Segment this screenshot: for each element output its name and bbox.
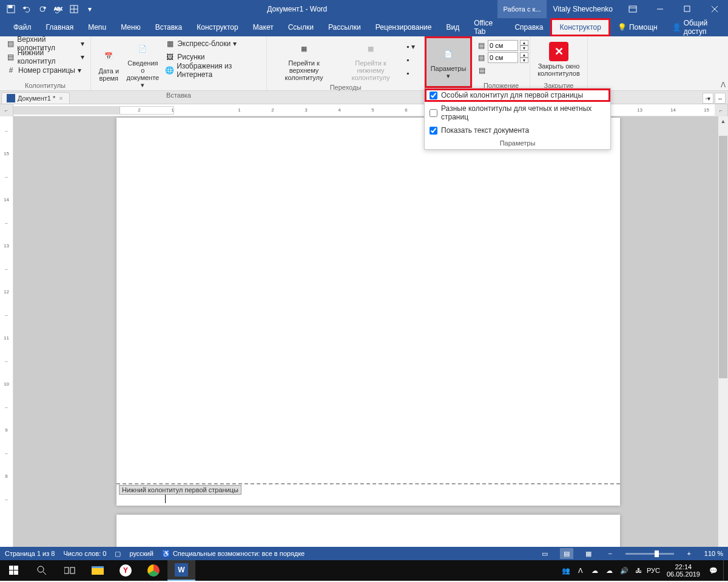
tray-clock[interactable]: 22:1406.05.2019	[663, 563, 704, 578]
menu-review[interactable]: Рецензирование	[368, 18, 439, 36]
status-lang[interactable]: русский	[129, 550, 153, 557]
onedrive2-icon[interactable]: ☁	[605, 566, 615, 575]
option-first-page[interactable]: Особый колонтитул для первой страницы	[425, 89, 610, 102]
tray-lang[interactable]: РУС	[649, 566, 658, 575]
table-icon[interactable]	[67, 2, 81, 16]
tab-tool2[interactable]: ↔	[715, 93, 726, 104]
status-proof-icon[interactable]: ▢	[115, 550, 121, 558]
search-icon[interactable]	[28, 560, 56, 581]
collapse-ribbon-icon[interactable]: ᐱ	[721, 81, 726, 89]
pictures-button[interactable]: 🖼Рисунки	[163, 51, 263, 63]
yandex-icon[interactable]: Y	[112, 560, 140, 581]
menu-home[interactable]: Главная	[39, 18, 81, 36]
status-page[interactable]: Страница 1 из 8	[5, 550, 55, 557]
spellcheck-icon[interactable]: ABC	[51, 2, 66, 16]
margin-bottom-icon: ▤	[476, 53, 486, 62]
nav-opt1[interactable]: ▪ ▾	[404, 41, 417, 53]
menu-constructor2[interactable]: Конструктор	[550, 18, 610, 36]
svg-line-18	[43, 572, 46, 575]
chrome-icon[interactable]	[140, 560, 167, 581]
bottom-margin-spinner[interactable]: ▤▲▼	[476, 52, 528, 63]
menu-refs[interactable]: Ссылки	[281, 18, 321, 36]
goto-header-button[interactable]: ▦Перейти к верхнему колонтитулу	[271, 38, 337, 82]
explorer-icon[interactable]	[84, 560, 112, 581]
volume-icon[interactable]: 🔊	[619, 566, 629, 575]
zoom-in-icon[interactable]: +	[682, 548, 696, 559]
network-icon[interactable]: 🖧	[634, 566, 644, 575]
option-show-text[interactable]: Показать текст документа	[425, 124, 610, 137]
status-a11y[interactable]: ♿Специальные возможности: все в порядке	[162, 550, 305, 558]
tray-chevron-up-icon[interactable]: ᐱ	[576, 566, 585, 575]
scrollbar-thumb[interactable]	[719, 136, 727, 378]
vertical-scrollbar[interactable]: ▲	[718, 116, 728, 547]
web-layout-icon[interactable]: ▦	[582, 548, 595, 559]
zoom-thumb[interactable]	[655, 550, 659, 557]
menu-insert[interactable]: Вставка	[148, 18, 190, 36]
spin-up-icon[interactable]: ▲	[520, 40, 528, 45]
menu-officetab[interactable]: Office Tab	[467, 18, 507, 36]
close-header-button[interactable]: ✕ Закрыть окно колонтитулов	[534, 38, 584, 81]
checkbox-odd-even[interactable]	[430, 109, 437, 117]
close-icon[interactable]	[701, 0, 728, 18]
ruler-right-toggle[interactable]: ⌐	[715, 104, 728, 116]
word-icon[interactable]: W	[167, 560, 195, 581]
nav-opt2[interactable]: ▪	[404, 54, 417, 66]
menu-tell-me[interactable]: 💡Помощн	[610, 18, 665, 36]
menu-share[interactable]: 👤Общий доступ	[665, 18, 728, 36]
undo-icon[interactable]	[19, 2, 34, 16]
tab-tool1[interactable]: ▫▾	[703, 93, 713, 104]
footer-button[interactable]: ▤Нижний колонтитул▾	[4, 51, 87, 63]
doc-info-button[interactable]: 📄Сведения о документе▾	[123, 38, 163, 90]
zoom-out-icon[interactable]: −	[604, 548, 617, 559]
spin-down-icon[interactable]: ▼	[520, 45, 528, 51]
date-time-button[interactable]: 📅Дата и время	[95, 38, 123, 90]
top-margin-spinner[interactable]: ▤▲▼	[476, 40, 528, 51]
option-odd-even[interactable]: Разные колонтитулы для четных и нечетных…	[425, 102, 610, 124]
document-area[interactable]: Нижний колонтитул первой страницы ▲	[13, 116, 728, 547]
task-view-icon[interactable]	[56, 560, 84, 581]
tab-selector[interactable]: ⌐	[0, 104, 13, 116]
print-layout-icon[interactable]: ▤	[560, 548, 573, 559]
nav-opt3[interactable]: ▪	[404, 67, 417, 79]
checkbox-show-text[interactable]	[430, 127, 437, 135]
page-number-button[interactable]: #Номер страницы▾	[4, 64, 87, 76]
quickparts-label: Экспресс-блоки	[177, 39, 231, 48]
save-icon[interactable]	[4, 2, 18, 16]
tab-close-icon[interactable]: ×	[58, 95, 64, 102]
menu-constructor1[interactable]: Конструктор	[189, 18, 245, 36]
onedrive-icon[interactable]: ☁	[590, 566, 600, 575]
header-button[interactable]: ▤Верхний колонтитул▾	[4, 38, 87, 50]
status-words[interactable]: Число слов: 0	[63, 550, 106, 557]
people-icon[interactable]: 👥	[561, 566, 571, 575]
menu-help[interactable]: Справка	[507, 18, 550, 36]
zoom-slider[interactable]	[625, 553, 674, 555]
show-desktop[interactable]	[723, 560, 727, 581]
start-button[interactable]	[0, 560, 28, 581]
ribbon-display-icon[interactable]	[619, 0, 646, 18]
scroll-up-icon[interactable]: ▲	[718, 116, 728, 126]
spin-up-icon[interactable]: ▲	[520, 52, 528, 58]
vertical-ruler[interactable]: –15–14–13–12–11–10–9–8–	[0, 116, 13, 547]
redo-icon[interactable]	[35, 2, 50, 16]
bottom-margin-input[interactable]	[488, 52, 518, 63]
zoom-level[interactable]: 110 %	[704, 550, 723, 557]
top-margin-input[interactable]	[488, 40, 518, 51]
spin-down-icon[interactable]: ▼	[520, 58, 528, 63]
menu-file[interactable]: Файл	[6, 18, 39, 36]
read-mode-icon[interactable]: ▭	[538, 548, 551, 559]
online-pictures-button[interactable]: 🌐Изображения из Интернета	[163, 64, 263, 76]
menu-view[interactable]: Вид	[439, 18, 467, 36]
menu-menu1[interactable]: Menu	[81, 18, 113, 36]
menu-mailings[interactable]: Рассылки	[321, 18, 368, 36]
options-button[interactable]: 📄 Параметры ▾	[425, 36, 472, 88]
doc-tab[interactable]: Документ1 * ×	[1, 92, 70, 104]
menu-menu2[interactable]: Меню	[113, 18, 147, 36]
minimize-icon[interactable]	[646, 0, 673, 18]
notifications-icon[interactable]: 💬	[709, 566, 718, 575]
menu-layout[interactable]: Макет	[246, 18, 281, 36]
qat-customize-icon[interactable]: ▾	[83, 2, 97, 16]
quick-parts-button[interactable]: ▦Экспресс-блоки▾	[163, 38, 263, 50]
insert-tab-button[interactable]: ▤	[476, 64, 528, 76]
checkbox-first-page[interactable]	[430, 92, 437, 99]
maximize-icon[interactable]	[673, 0, 701, 18]
